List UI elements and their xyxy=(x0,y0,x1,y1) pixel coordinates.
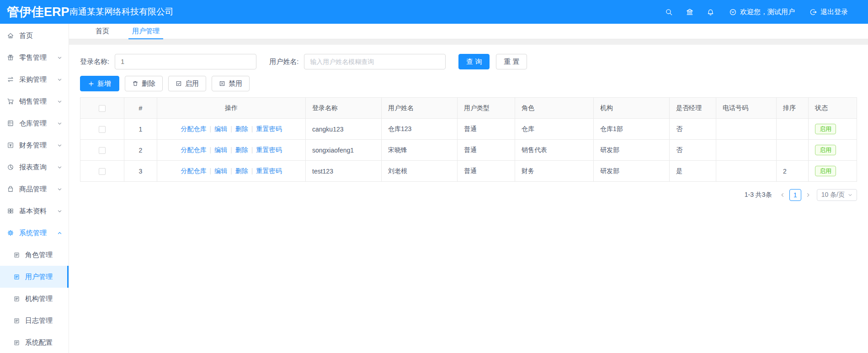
sidebar-item-label: 零售管理 xyxy=(19,53,47,62)
pie-chart-icon xyxy=(7,163,14,171)
sidebar-item-goods[interactable]: 商品管理 xyxy=(0,178,69,200)
link-divider: | xyxy=(210,146,212,153)
col-status: 状态 xyxy=(809,98,857,119)
sidebar-item-finance[interactable]: 财务管理 xyxy=(0,134,69,156)
sidebar-item-reports[interactable]: 报表查询 xyxy=(0,156,69,178)
grid-icon xyxy=(7,207,14,215)
enable-button-label: 启用 xyxy=(185,79,199,88)
doc-icon xyxy=(13,317,20,324)
reset-password-link[interactable]: 重置密码 xyxy=(256,125,282,132)
sidebar-item-label: 财务管理 xyxy=(19,141,47,150)
sidebar-item-user-management[interactable]: 用户管理 xyxy=(0,266,69,288)
edit-link[interactable]: 编辑 xyxy=(214,167,227,174)
user-name-input[interactable] xyxy=(304,54,446,69)
doc-icon xyxy=(13,339,20,346)
select-all-checkbox[interactable] xyxy=(99,105,106,112)
sidebar-item-label: 仓库管理 xyxy=(19,119,47,128)
next-page-icon[interactable] xyxy=(803,192,813,198)
reset-button[interactable]: 重 置 xyxy=(496,54,527,69)
welcome-text: 欢迎您，测试用户 xyxy=(740,8,795,16)
link-divider: | xyxy=(251,146,253,153)
chevron-up-icon xyxy=(57,231,62,236)
edit-link[interactable]: 编辑 xyxy=(214,125,227,132)
cell-sort xyxy=(777,119,809,140)
sidebar-item-retail[interactable]: 零售管理 xyxy=(0,47,69,68)
row-checkbox[interactable] xyxy=(99,126,106,133)
pagination: 1-3 共3条 1 10 条/页 xyxy=(80,189,857,201)
sidebar-item-org-management[interactable]: 机构管理 xyxy=(0,288,69,310)
sidebar-item-log-management[interactable]: 日志管理 xyxy=(0,310,69,332)
sidebar-item-sales[interactable]: 销售管理 xyxy=(0,90,69,112)
search-icon[interactable] xyxy=(665,8,673,16)
assign-warehouse-link[interactable]: 分配仓库 xyxy=(181,146,207,153)
delete-button[interactable]: 删除 xyxy=(125,76,163,91)
login-name-input[interactable] xyxy=(115,54,256,69)
doc-icon xyxy=(13,295,20,302)
reset-password-link[interactable]: 重置密码 xyxy=(256,167,282,174)
cell-actions: 分配仓库|编辑|删除|重置密码 xyxy=(157,140,306,161)
search-form: 登录名称: 用户姓名: 查 询 重 置 xyxy=(80,54,857,69)
user-name-label: 用户姓名: xyxy=(269,58,298,66)
row-checkbox[interactable] xyxy=(99,147,106,154)
enable-button[interactable]: 启用 xyxy=(168,76,206,91)
sidebar-item-role-management[interactable]: 角色管理 xyxy=(0,244,69,266)
cell-is-manager: 是 xyxy=(670,161,716,182)
disable-button[interactable]: 禁用 xyxy=(212,76,250,91)
sidebar-item-home[interactable]: 首页 xyxy=(0,25,69,47)
sidebar-item-system-config[interactable]: 系统配置 xyxy=(0,332,69,353)
plus-icon xyxy=(88,81,94,87)
sidebar-item-label: 采购管理 xyxy=(19,75,47,84)
delete-link[interactable]: 删除 xyxy=(235,125,248,132)
cell-user-type: 普通 xyxy=(458,119,515,140)
top-header-bar: 管伊佳ERP 南通某某网络科技有限公司 欢迎您，测试用户 退出登录 xyxy=(0,0,868,24)
add-button[interactable]: 新增 xyxy=(80,76,119,91)
delete-link[interactable]: 删除 xyxy=(235,167,248,174)
sidebar-item-system[interactable]: 系统管理 xyxy=(0,222,69,244)
sidebar-item-basic-data[interactable]: 基本资料 xyxy=(0,200,69,222)
doc-icon xyxy=(13,274,20,280)
cell-index: 1 xyxy=(124,119,157,140)
logout-button[interactable]: 退出登录 xyxy=(809,8,848,16)
tab-home[interactable]: 首页 xyxy=(91,24,114,39)
logout-icon xyxy=(809,8,817,16)
link-divider: | xyxy=(251,125,253,132)
chevron-down-icon xyxy=(57,99,62,104)
sidebar-item-label: 机构管理 xyxy=(25,295,53,303)
cell-sort: 2 xyxy=(777,161,809,182)
cell-role: 销售代表 xyxy=(515,140,594,161)
page-size-select[interactable]: 10 条/页 xyxy=(817,189,857,201)
doc-icon xyxy=(13,252,20,258)
assign-warehouse-link[interactable]: 分配仓库 xyxy=(181,125,207,132)
tab-bar: 首页 用户管理 xyxy=(69,24,868,39)
col-org: 机构 xyxy=(594,98,670,119)
user-menu[interactable]: 欢迎您，测试用户 xyxy=(729,8,795,16)
action-toolbar: 新增 删除 启用 禁用 xyxy=(80,76,857,91)
delete-link[interactable]: 删除 xyxy=(235,146,248,153)
prev-page-icon[interactable] xyxy=(777,192,788,198)
chevron-down-icon xyxy=(57,55,62,60)
bell-icon[interactable] xyxy=(707,8,714,16)
logout-text: 退出登录 xyxy=(820,8,848,16)
sidebar-item-purchase[interactable]: 采购管理 xyxy=(0,68,69,90)
assign-warehouse-link[interactable]: 分配仓库 xyxy=(181,167,207,174)
tab-user-management[interactable]: 用户管理 xyxy=(128,24,164,39)
delete-button-label: 删除 xyxy=(142,79,155,88)
cell-phone xyxy=(716,119,777,140)
cell-phone xyxy=(716,161,777,182)
page-number-button[interactable]: 1 xyxy=(789,189,801,201)
cell-actions: 分配仓库|编辑|删除|重置密码 xyxy=(157,119,306,140)
row-checkbox[interactable] xyxy=(99,168,106,175)
pagination-total: 1-3 共3条 xyxy=(745,191,772,199)
chevron-down-icon xyxy=(57,121,62,126)
chevron-down-icon xyxy=(57,165,62,170)
query-button[interactable]: 查 询 xyxy=(458,54,490,69)
col-user-name: 用户姓名 xyxy=(382,98,458,119)
col-sort: 排序 xyxy=(777,98,809,119)
cell-login-name: cangku123 xyxy=(306,119,382,140)
add-button-label: 新增 xyxy=(97,79,111,88)
bank-icon[interactable] xyxy=(686,8,694,16)
edit-link[interactable]: 编辑 xyxy=(214,146,227,153)
col-phone: 电话号码 xyxy=(716,98,777,119)
reset-password-link[interactable]: 重置密码 xyxy=(256,146,282,153)
sidebar-item-warehouse[interactable]: 仓库管理 xyxy=(0,112,69,134)
